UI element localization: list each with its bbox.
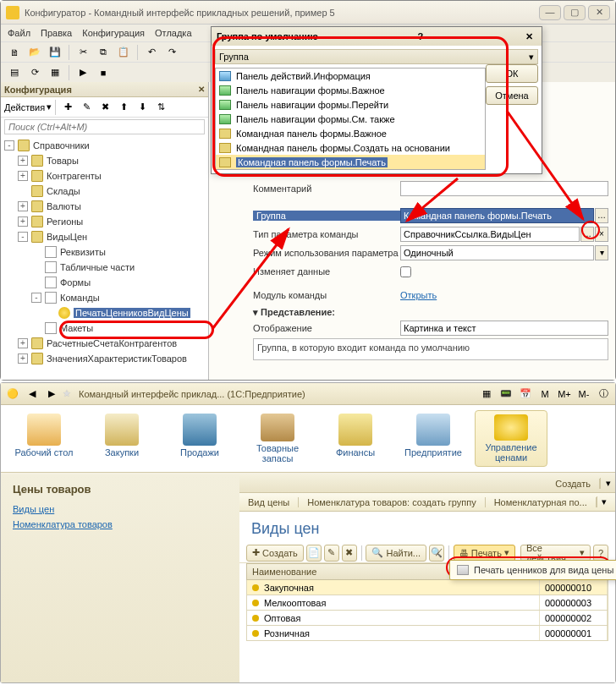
print-menu-item[interactable]: Печать ценников для вида цены (452, 562, 616, 578)
edit-button[interactable]: ✎ (324, 545, 339, 562)
tree-row[interactable]: +РасчетныеСчетаКонтрагентов (1, 336, 208, 351)
create-item[interactable]: Вид цены (239, 497, 299, 507)
create-item[interactable]: Номенклатурная по... (486, 497, 597, 507)
copy-icon[interactable]: ⧉ (95, 44, 112, 61)
nav-link-goods-nomenclature[interactable]: Номенклатура товаров (13, 519, 228, 529)
modifies-checkbox[interactable] (400, 266, 411, 277)
popup-close-icon[interactable]: ✕ (523, 31, 536, 42)
expand-icon[interactable]: - (31, 293, 41, 303)
all-actions-button[interactable]: Все действия ▾ (520, 545, 591, 562)
m-plus-icon[interactable]: M+ (556, 386, 573, 403)
search-input[interactable] (4, 119, 205, 134)
param-browse-button[interactable]: … (580, 227, 594, 242)
tree-row[interactable]: +Товары (1, 153, 208, 168)
tree-row[interactable]: Табличные части (1, 260, 208, 275)
tree-row[interactable]: -Команды (1, 290, 208, 305)
minimize-button[interactable]: — (539, 5, 561, 20)
comment-input[interactable] (400, 181, 608, 196)
expand-icon[interactable]: - (18, 232, 28, 242)
open-icon[interactable]: 📂 (26, 44, 43, 61)
expand-icon[interactable]: + (18, 156, 28, 166)
cut-icon[interactable]: ✂ (74, 44, 91, 61)
section-bag[interactable]: Закупки (85, 410, 158, 467)
redo-icon[interactable]: ↷ (163, 44, 180, 61)
group-option[interactable]: Панель навигации формы.Важное (216, 83, 485, 97)
save-icon[interactable]: 💾 (47, 44, 63, 61)
menu-edit[interactable]: Правка (41, 28, 72, 38)
run-icon[interactable]: ▶ (74, 64, 91, 81)
table-row[interactable]: Мелкооптовая000000003 (246, 595, 608, 611)
tree-row[interactable]: +Контрагенты (1, 168, 208, 184)
edit-icon[interactable]: ✎ (78, 99, 95, 116)
group-option[interactable]: Командная панель формы.Печать (216, 155, 485, 169)
group-option[interactable]: Командная панель формы.Важное (216, 126, 485, 140)
create-item[interactable]: Номенклатура товаров: создать группу (299, 497, 485, 507)
m-minus-icon[interactable]: M- (575, 386, 592, 403)
undo-icon[interactable]: ↶ (143, 44, 160, 61)
tree-icon[interactable]: ▤ (6, 64, 23, 81)
back-icon[interactable]: ◀ (24, 386, 41, 403)
delete-icon[interactable]: ✖ (96, 99, 113, 116)
tree-row[interactable]: Формы (1, 275, 208, 290)
expand-icon[interactable]: + (18, 171, 28, 181)
maximize-button[interactable]: ▢ (564, 5, 586, 20)
delete-button[interactable]: ✖ (342, 545, 357, 562)
section-box[interactable]: Товарные запасы (241, 410, 314, 467)
down-icon[interactable]: ⬇ (134, 99, 151, 116)
expand-icon[interactable]: + (18, 353, 28, 364)
group-browse-button[interactable]: … (595, 208, 608, 223)
expand-icon[interactable]: + (18, 201, 28, 211)
add-icon[interactable]: ✚ (59, 99, 76, 116)
filter-icon[interactable]: ▦ (47, 64, 63, 81)
expand-icon[interactable]: - (4, 140, 14, 151)
cancel-button[interactable]: Отмена (486, 86, 538, 105)
group-option[interactable]: Панель действий.Информация (216, 68, 485, 83)
tree-row[interactable]: Склады (1, 184, 208, 199)
group-option[interactable]: Панель навигации формы.См. также (216, 112, 485, 126)
grid-icon[interactable]: ▦ (478, 386, 495, 403)
find-button[interactable]: 🔍 Найти... (366, 545, 426, 562)
tree-row[interactable]: Реквизиты (1, 244, 208, 260)
tree-row[interactable]: +ЗначенияХарактеристикТоваров (1, 351, 208, 366)
create-more-dropdown[interactable]: ▾ (597, 496, 612, 507)
group-option[interactable]: Панель навигации формы.Перейти (216, 97, 485, 112)
group-list[interactable]: Панель действий.ИнформацияПанель навигац… (215, 68, 486, 170)
paste-icon[interactable]: 📋 (115, 44, 132, 61)
open-module-link[interactable]: Открыть (400, 290, 437, 300)
ok-button[interactable]: ОК (486, 64, 538, 83)
section-bld[interactable]: Предприятие (397, 410, 470, 467)
m-icon[interactable]: M (536, 386, 553, 403)
tree-row[interactable]: +Валюты (1, 199, 208, 214)
tree-row[interactable]: +Регионы (1, 214, 208, 229)
group-option[interactable]: Командная панель формы.Создать на основа… (216, 140, 485, 155)
create-dropdown[interactable]: ▾ (600, 478, 615, 489)
expand-icon[interactable]: + (18, 338, 28, 348)
tree-row[interactable]: -ВидыЦен (1, 229, 208, 244)
section-cash[interactable]: Продажи (163, 410, 236, 467)
actions-menu[interactable]: Действия (4, 102, 45, 112)
info-icon[interactable]: ⓘ (595, 386, 612, 403)
section-gold[interactable]: Управление ценами (475, 410, 547, 467)
copy-button[interactable]: 📄 (306, 545, 322, 562)
stop-icon[interactable]: ■ (95, 64, 112, 81)
tree-row[interactable]: Макеты (1, 321, 208, 336)
tree-row[interactable]: -Справочники (1, 138, 208, 153)
forward-icon[interactable]: ▶ (43, 386, 60, 403)
tree-row[interactable]: ПечатьЦенниковВидЦены (1, 305, 208, 321)
clear-find-button[interactable]: 🔍̸ (429, 545, 444, 562)
usage-value[interactable]: Одиночный (400, 245, 594, 260)
table-row[interactable]: Розничная000000001 (246, 626, 608, 641)
panel-close-icon[interactable]: ✕ (198, 85, 205, 94)
refresh-icon[interactable]: ⟳ (26, 64, 43, 81)
new-icon[interactable]: 🗎 (6, 44, 23, 61)
config-tree[interactable]: -Справочники+Товары+Контрагенты Склады+В… (1, 136, 208, 380)
nav-link-price-types[interactable]: Виды цен (13, 504, 228, 514)
close-button[interactable]: ✕ (588, 5, 610, 20)
section-desk[interactable]: Рабочий стол (8, 410, 80, 467)
display-value[interactable]: Картинка и текст (400, 321, 608, 336)
expand-icon[interactable]: + (18, 216, 28, 227)
favorite-icon[interactable]: ★ (63, 388, 71, 399)
create-button[interactable]: ✚ Создать (246, 545, 304, 562)
chevron-down-icon[interactable]: ▾ (47, 101, 52, 112)
section-coin[interactable]: Финансы (319, 410, 392, 467)
